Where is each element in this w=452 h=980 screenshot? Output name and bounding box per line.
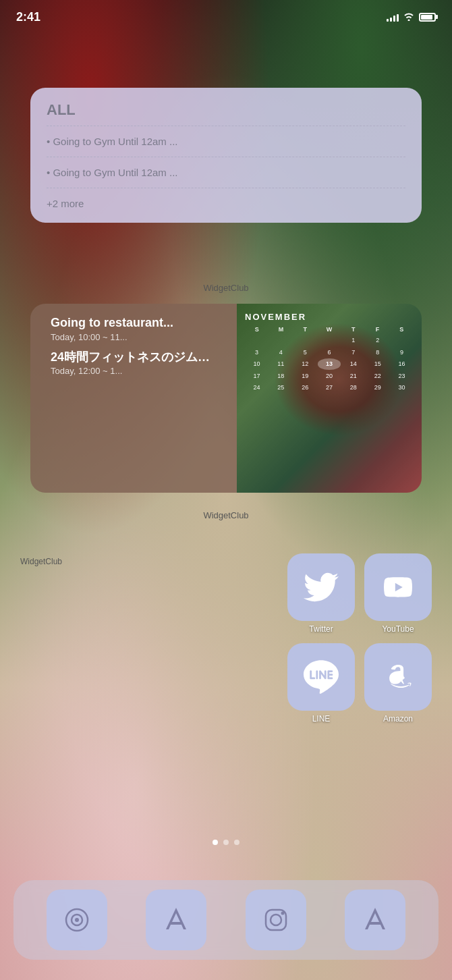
cal-day: 21 [341,371,365,382]
event-row-2: 24時間フィットネスのジム… Today, 12:00 ~ 1... [41,350,226,377]
cal-day: 6 [318,347,341,358]
battery-icon [419,13,436,22]
cal-day [318,335,341,346]
instagram-icon [259,903,293,937]
cal-day: 14 [341,358,365,370]
svg-point-2 [75,918,79,922]
cal-header: SMTWTFS [245,326,414,333]
event-2-title: 24時間フィットネスのジム… [51,350,210,365]
dot-2 [223,840,229,845]
cal-day: 5 [293,347,317,358]
signal-icon [387,12,399,22]
cal-day [390,335,414,346]
amazon-icon-bg [364,643,432,711]
cal-day: 30 [390,382,414,393]
dock-icon-3[interactable] [246,890,306,950]
cal-day: 10 [245,358,269,370]
cal-day: 24 [245,382,269,393]
divider-2 [47,157,405,157]
youtube-label: YouTube [382,624,414,634]
appstore2-icon [360,904,391,935]
cal-day: 8 [366,347,389,358]
dock-icon-1[interactable] [47,890,107,950]
cal-day: 22 [366,371,389,382]
line-app[interactable]: LINE [287,643,355,724]
cal-day: 1 [341,335,365,346]
youtube-app[interactable]: YouTube [364,553,432,634]
cal-day: 4 [269,347,293,358]
cal-day: 15 [366,358,389,370]
line-icon-bg [287,643,355,711]
dock [13,880,439,960]
cal-day: 9 [390,347,414,358]
cal-month: NOVEMBER [245,312,414,322]
widgetclub-label-cal: WidgetClub [0,510,452,520]
status-bar: 2:41 [0,0,452,34]
cal-day: 2 [366,335,389,346]
divider-3 [47,188,405,188]
calendar-grid: NOVEMBER SMTWTFS 12345678910111213141516… [237,304,422,493]
cal-day [293,335,317,346]
cal-day: 23 [390,371,414,382]
event-1-title: Going to restaurant... [51,316,173,331]
cal-day: 28 [341,382,365,393]
dot-3 [234,840,239,845]
cal-day [245,335,269,346]
twitter-app[interactable]: Twitter [287,553,355,634]
cal-day: 12 [293,358,317,370]
amazon-icon [380,663,416,691]
cal-day [269,335,293,346]
cal-day: 25 [269,382,293,393]
event-row-1: Going to restaurant... Today, 10:00 ~ 11… [41,316,226,342]
youtube-icon [380,573,416,601]
dock-icon-2[interactable] [146,890,206,950]
divider-1 [47,126,405,126]
line-icon [304,659,339,695]
cal-day: 16 [390,358,414,370]
status-time: 2:41 [16,10,40,24]
widgetclub-label-bottom: WidgetClub [20,557,62,566]
widget-top-title: ALL [47,101,405,119]
calendar-overlay: NOVEMBER SMTWTFS 12345678910111213141516… [237,304,422,493]
cal-day: 17 [245,371,269,382]
status-icons [387,11,436,23]
cal-day: 11 [269,358,293,370]
cal-day: 13 [318,358,341,370]
amazon-app[interactable]: Amazon [364,643,432,724]
camera-icon [60,903,94,937]
twitter-icon-bg [287,553,355,621]
cal-grid: SMTWTFS 12345678910111213141516171819202… [245,326,414,393]
widget-task-1: • Going to Gym Until 12am ... [47,132,405,151]
widgetclub-label-top: WidgetClub [0,283,452,293]
app-grid: Twitter YouTube LINE Amazon [287,553,432,724]
cal-day: 27 [318,382,341,393]
svg-point-5 [281,912,284,915]
svg-point-4 [271,915,281,925]
cal-day: 18 [269,371,293,382]
page-dots [0,840,452,845]
event-2-time: Today, 12:00 ~ 1... [51,366,210,376]
cal-day: 19 [293,371,317,382]
widget-all-top[interactable]: ALL • Going to Gym Until 12am ... • Goin… [30,88,422,223]
twitter-label: Twitter [309,624,333,634]
amazon-label: Amazon [383,714,413,724]
cal-day: 26 [293,382,317,393]
widget-calendar[interactable]: Going to restaurant... Today, 10:00 ~ 11… [30,304,422,493]
cal-day: 29 [366,382,389,393]
appstore-icon [161,904,192,935]
cal-day: 7 [341,347,365,358]
widget-more: +2 more [47,194,405,209]
line-label: LINE [312,714,331,724]
wifi-icon [403,11,415,23]
cal-day: 20 [318,371,341,382]
calendar-events: Going to restaurant... Today, 10:00 ~ 11… [30,304,237,493]
dot-1 [213,840,218,845]
dock-icon-4[interactable] [345,890,405,950]
widget-task-2: • Going to Gym Until 12am ... [47,163,405,182]
cal-day: 3 [245,347,269,358]
cal-body: 1234567891011121314151617181920212223242… [245,335,414,393]
event-1-time: Today, 10:00 ~ 11... [51,332,173,342]
youtube-icon-bg [364,553,432,621]
twitter-icon [304,570,339,605]
